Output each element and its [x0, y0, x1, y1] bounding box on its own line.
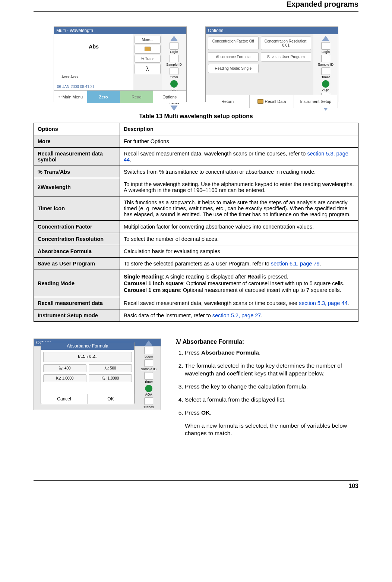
scroll-down-button[interactable]	[163, 106, 185, 111]
option-name-cell: Save as User Program	[34, 258, 120, 270]
trans-button[interactable]: % Trans	[135, 55, 161, 63]
absorbance-formula-dialog: Absorbance Formula K₁A₁+K₂A₂ λ₁: 400 λ₂:…	[41, 342, 135, 404]
more-button[interactable]: More...	[135, 36, 161, 44]
login-button[interactable]: Login	[314, 42, 337, 54]
chevron-up-icon	[145, 340, 152, 346]
option-desc-cell: To select the number of decimal places.	[120, 233, 358, 245]
sample-id-icon	[144, 359, 153, 367]
sample-id-icon	[170, 55, 178, 62]
step-1: Press Absorbance Formula.	[185, 349, 358, 357]
option-absorbance-formula[interactable]: Absorbance Formula	[208, 52, 259, 62]
table-row: % Trans/AbsSwitches from % transmittance…	[34, 166, 358, 178]
wavelength-button[interactable]: λ	[135, 64, 161, 74]
table-row: Absorbance FormulaCalculation basis for …	[34, 245, 358, 258]
option-desc-cell: Calculation basis for evaluating samples	[120, 245, 358, 258]
step-2: The formula selected in the top key dete…	[185, 362, 358, 378]
k2-key[interactable]: K₂: 1.0000	[89, 374, 132, 382]
option-concentration-factor[interactable]: Concentration Factor: Off	[208, 37, 259, 50]
table-row: Recall measurement data symbolRecall sav…	[34, 148, 358, 166]
aqa-button[interactable]: AQA	[138, 385, 159, 396]
trends-button[interactable]: Trends	[138, 397, 159, 409]
option-save-user-program[interactable]: Save as User Program	[261, 52, 312, 62]
main-menu-button[interactable]: ↶Main Menu	[54, 91, 87, 103]
login-icon	[321, 42, 330, 50]
options-grid: Concentration Factor: Off Concentration …	[206, 34, 313, 95]
option-concentration-resolution[interactable]: Concentration Resolution: 0.01	[261, 37, 312, 50]
table-row: Concentration FactorMultiplication facto…	[34, 221, 358, 233]
right-button-column: Login Sample ID Timer AQA Trends	[138, 340, 159, 397]
login-icon	[144, 347, 153, 354]
option-name-cell: More	[34, 135, 120, 148]
aqa-icon	[322, 80, 329, 88]
option-name-cell: Reading Mode	[34, 270, 120, 297]
options-button[interactable]: Options	[153, 91, 186, 103]
table-header-options: Options	[34, 123, 120, 135]
lambda2-key[interactable]: λ₂: 500	[89, 364, 132, 372]
page-number: 103	[34, 481, 358, 490]
cross-reference-link[interactable]: section 5.2, page 27	[212, 312, 261, 318]
option-desc-cell: To store the selected parameters as a Us…	[120, 258, 358, 270]
aqa-icon	[170, 80, 178, 88]
option-desc-cell: Recall saved measurement data, wavelengt…	[120, 148, 358, 166]
instructions-text: λ/ Absorbance Formula: Press Absorbance …	[176, 339, 358, 443]
option-name-cell: Absorbance Formula	[34, 245, 120, 258]
sample-id-button[interactable]: Sample ID	[314, 55, 337, 66]
timer-icon	[321, 67, 330, 75]
recall-data-button[interactable]	[135, 45, 161, 54]
ok-button[interactable]: OK	[88, 394, 134, 404]
table-row: Instrument Setup modeBasic data of the i…	[34, 309, 358, 322]
formula-key[interactable]: K₁A₁+K₂A₂	[43, 352, 132, 362]
timer-icon	[170, 67, 178, 75]
option-desc-cell: This functions as a stopwatch. It helps …	[120, 196, 358, 221]
option-desc-cell: Multiplication factor for converting abs…	[120, 221, 358, 233]
login-button[interactable]: Login	[138, 347, 159, 358]
instrument-setup-button[interactable]: Instrument Setup	[294, 95, 338, 108]
option-name-cell: Concentration Factor	[34, 221, 120, 233]
recall-data-button[interactable]: Recall Data	[250, 95, 294, 108]
window-titlebar: Multi - Wavelength	[54, 27, 186, 34]
sample-id-button[interactable]: Sample ID	[163, 55, 185, 66]
chevron-up-icon	[170, 36, 178, 41]
timestamp: 06-JAN-2000 08:41:21	[57, 85, 95, 89]
window-titlebar: Options	[206, 27, 338, 34]
aqa-button[interactable]: AQA	[314, 80, 337, 92]
step-5-tail: When a new formula is selected, the numb…	[185, 422, 358, 438]
timer-button[interactable]: Timer	[314, 67, 337, 79]
return-button[interactable]: Return	[206, 95, 250, 108]
folder-icon	[145, 47, 151, 51]
zero-button[interactable]: Zero	[87, 91, 120, 103]
aqa-button[interactable]: AQA	[163, 80, 185, 92]
k1-key[interactable]: K₁: 1.0000	[43, 374, 86, 382]
sample-id-button[interactable]: Sample ID	[138, 359, 159, 371]
scroll-up-button[interactable]	[163, 36, 185, 41]
table-caption: Table 13 Multi wavelength setup options	[34, 113, 358, 120]
cross-reference-link[interactable]: section 5.3, page 44	[299, 300, 348, 306]
login-button[interactable]: Login	[163, 42, 185, 54]
screenshots-row: Multi - Wavelength Abs Axxx Axxx 06-JAN-…	[34, 26, 358, 102]
step-4: Select a formula from the displayed list…	[185, 396, 358, 404]
option-desc-cell: Single Reading: A single reading is disp…	[120, 270, 358, 297]
scroll-up-button[interactable]	[138, 340, 159, 346]
read-button[interactable]: Read	[120, 91, 154, 103]
mid-button-column: More... % Trans λ	[133, 34, 162, 90]
lambda1-key[interactable]: λ₁: 400	[43, 364, 86, 372]
step-3: Press the key to change the calculation …	[185, 383, 358, 391]
screenshot-absorbance-formula: Options Login Sample ID Timer AQA Trends…	[34, 339, 161, 410]
dialog-title: Absorbance Formula	[41, 342, 134, 350]
option-reading-mode[interactable]: Reading Mode: Single	[208, 64, 259, 73]
option-desc-cell: Switches from % transmittance to concent…	[120, 166, 358, 178]
screenshot-multiwavelength: Multi - Wavelength Abs Axxx Axxx 06-JAN-…	[54, 26, 187, 102]
cross-reference-link[interactable]: section 6.1, page 79	[271, 261, 320, 267]
option-name-cell: % Trans/Abs	[34, 166, 120, 178]
timer-button[interactable]: Timer	[163, 67, 185, 79]
scroll-up-button[interactable]	[314, 36, 337, 41]
table-header-description: Description	[120, 123, 358, 135]
folder-icon	[257, 99, 263, 104]
option-desc-cell: To input the wavelength setting. Use the…	[120, 178, 358, 196]
option-name-cell: Recall measurement data symbol	[34, 148, 120, 166]
cancel-button[interactable]: Cancel	[41, 394, 88, 404]
step-5: Press OK. When a new formula is selected…	[185, 409, 358, 438]
timer-button[interactable]: Timer	[138, 372, 159, 384]
option-name-cell: Concentration Resolution	[34, 233, 120, 245]
option-desc-cell: Basic data of the instrument, refer to s…	[120, 309, 358, 322]
